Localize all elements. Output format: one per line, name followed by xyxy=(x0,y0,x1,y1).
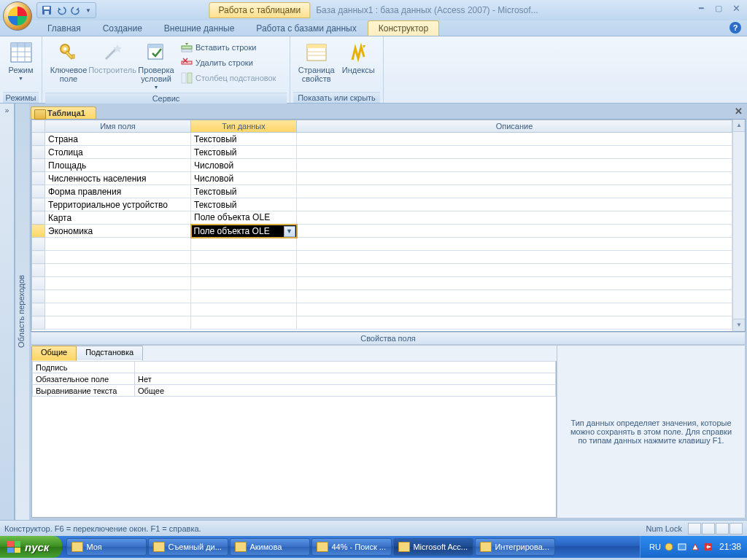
clock[interactable]: 21:38 xyxy=(719,542,741,552)
description-cell[interactable] xyxy=(297,172,732,185)
description-cell[interactable] xyxy=(297,251,732,264)
taskbar-item[interactable]: Интегрирова... xyxy=(475,538,555,556)
undo-icon[interactable] xyxy=(56,5,66,15)
field-name-cell[interactable] xyxy=(45,290,191,303)
taskbar-item[interactable]: 44% - Поиск ... xyxy=(311,538,392,556)
row-selector[interactable] xyxy=(32,277,45,290)
view-datasheet-button[interactable] xyxy=(702,523,715,534)
lookup-column-button[interactable]: Столбец подстановок xyxy=(179,71,277,85)
tray-icon[interactable] xyxy=(664,542,674,552)
field-name-cell[interactable] xyxy=(45,277,191,290)
prop-value[interactable]: Общее xyxy=(135,385,556,397)
data-type-cell[interactable] xyxy=(191,264,297,277)
language-indicator[interactable]: RU xyxy=(649,542,661,551)
validation-button[interactable]: Проверка условий ▼ xyxy=(136,39,177,91)
col-field-name[interactable]: Имя поля xyxy=(45,120,191,133)
data-type-cell[interactable]: Поле объекта OLE▼ xyxy=(191,225,297,238)
close-button[interactable]: ✕ xyxy=(729,3,743,13)
row-selector[interactable] xyxy=(32,172,45,185)
minimize-button[interactable]: ━ xyxy=(694,3,708,13)
field-name-cell[interactable] xyxy=(45,238,191,251)
description-cell[interactable] xyxy=(297,316,732,330)
tab-lookup[interactable]: Подстановка xyxy=(76,346,143,361)
description-cell[interactable] xyxy=(297,225,732,238)
row-selector[interactable] xyxy=(32,198,45,211)
field-name-cell[interactable]: Площадь xyxy=(45,159,191,172)
description-cell[interactable] xyxy=(297,146,732,159)
tab-create[interactable]: Создание xyxy=(92,20,153,36)
data-type-cell[interactable] xyxy=(191,277,297,290)
tab-home[interactable]: Главная xyxy=(36,20,92,36)
view-design-button[interactable] xyxy=(688,523,701,534)
field-name-cell[interactable]: Столица xyxy=(45,146,191,159)
row-selector[interactable] xyxy=(32,159,45,172)
data-type-cell[interactable] xyxy=(191,238,297,251)
row-selector[interactable] xyxy=(32,146,45,159)
description-cell[interactable] xyxy=(297,185,732,198)
row-selector[interactable] xyxy=(32,225,45,238)
row-selector[interactable] xyxy=(32,251,45,264)
data-type-cell[interactable]: Текстовый xyxy=(191,185,297,198)
field-name-cell[interactable] xyxy=(45,251,191,264)
data-type-cell[interactable]: Поле объекта OLE xyxy=(191,211,297,225)
close-tab-icon[interactable]: ✕ xyxy=(735,106,743,117)
office-button[interactable] xyxy=(3,1,32,31)
tab-design[interactable]: Конструктор xyxy=(368,20,439,36)
description-cell[interactable] xyxy=(297,133,732,146)
primary-key-button[interactable]: Ключевое поле xyxy=(48,39,89,85)
description-cell[interactable] xyxy=(297,211,732,225)
dropdown-icon[interactable]: ▼ xyxy=(284,226,295,237)
tray-icon[interactable] xyxy=(677,542,687,552)
taskbar-item[interactable]: Акимова xyxy=(230,538,310,556)
description-cell[interactable] xyxy=(297,290,732,303)
row-selector[interactable] xyxy=(32,185,45,198)
tab-db-tools[interactable]: Работа с базами данных xyxy=(245,20,367,36)
row-selector[interactable] xyxy=(32,290,45,303)
start-button[interactable]: пуск xyxy=(0,536,62,558)
table-tab[interactable]: Таблица1 xyxy=(31,106,96,119)
delete-rows-button[interactable]: Удалить строки xyxy=(179,56,277,69)
data-type-cell[interactable]: Числовой xyxy=(191,159,297,172)
field-name-cell[interactable]: Форма правления xyxy=(45,185,191,198)
row-selector[interactable] xyxy=(32,133,45,146)
field-name-cell[interactable]: Карта xyxy=(45,211,191,225)
data-type-cell[interactable] xyxy=(191,290,297,303)
field-name-cell[interactable] xyxy=(45,264,191,277)
vertical-scrollbar[interactable] xyxy=(732,120,745,331)
nav-pane-label[interactable]: Область переходов xyxy=(15,104,29,520)
col-data-type[interactable]: Тип данных xyxy=(191,120,297,133)
field-name-cell[interactable] xyxy=(45,303,191,316)
field-name-cell[interactable]: Численность населения xyxy=(45,172,191,185)
insert-rows-button[interactable]: Вставить строки xyxy=(179,41,277,54)
tray-icon[interactable] xyxy=(703,542,713,552)
row-selector[interactable] xyxy=(32,211,45,225)
row-selector[interactable] xyxy=(32,264,45,277)
taskbar-item[interactable]: Моя xyxy=(66,538,147,556)
row-selector[interactable] xyxy=(32,238,45,251)
view-pivot-button[interactable] xyxy=(716,523,729,534)
property-grid[interactable]: ПодписьОбязательное полеНетВыравнивание … xyxy=(31,361,557,518)
field-name-cell[interactable]: Экономика xyxy=(45,225,191,238)
taskbar-item[interactable]: Microsoft Acc... xyxy=(393,538,473,556)
tray-icon[interactable] xyxy=(690,542,700,552)
description-cell[interactable] xyxy=(297,159,732,172)
description-cell[interactable] xyxy=(297,238,732,251)
description-cell[interactable] xyxy=(297,264,732,277)
view-chart-button[interactable] xyxy=(729,523,743,534)
data-type-cell[interactable] xyxy=(191,316,297,330)
qat-dropdown-icon[interactable]: ▼ xyxy=(85,7,91,14)
tab-general[interactable]: Общие xyxy=(31,346,77,361)
col-description[interactable]: Описание xyxy=(297,120,732,133)
select-all[interactable] xyxy=(32,120,45,133)
data-type-cell[interactable] xyxy=(191,251,297,264)
taskbar-item[interactable]: Съемный ди... xyxy=(148,538,228,556)
field-name-cell[interactable] xyxy=(45,316,191,330)
data-type-cell[interactable]: Текстовый xyxy=(191,146,297,159)
field-name-cell[interactable]: Страна xyxy=(45,133,191,146)
prop-value[interactable]: Нет xyxy=(135,373,556,385)
restore-button[interactable]: ▢ xyxy=(712,3,725,13)
row-selector[interactable] xyxy=(32,316,45,330)
prop-value[interactable] xyxy=(135,362,556,373)
row-selector[interactable] xyxy=(32,303,45,316)
data-type-cell[interactable] xyxy=(191,303,297,316)
